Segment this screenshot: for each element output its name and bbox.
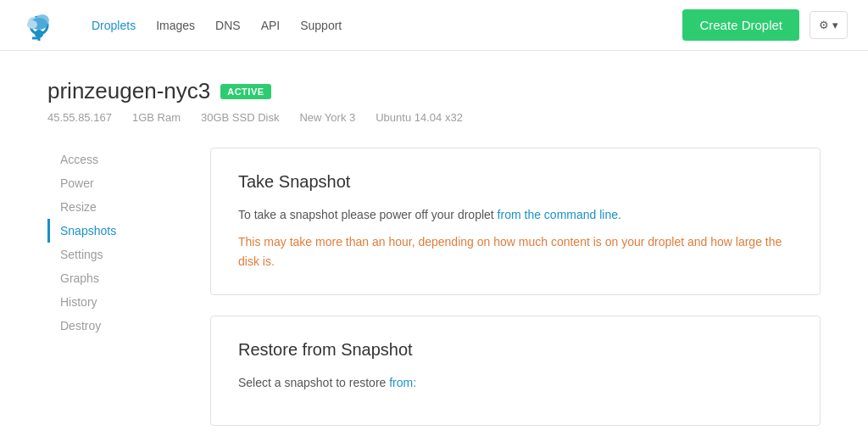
droplet-ram: 1GB Ram: [132, 111, 181, 124]
main-nav: Droplets Images DNS API Support: [92, 19, 682, 32]
sidebar-item-access[interactable]: Access: [47, 148, 183, 171]
restore-snapshot-line1: Select a snapshot to restore from:: [238, 373, 793, 392]
take-snapshot-link[interactable]: from the command line.: [498, 208, 621, 221]
sidebar-item-history[interactable]: History: [47, 290, 183, 314]
restore-snapshot-title: Restore from Snapshot: [238, 340, 793, 360]
sidebar-item-settings[interactable]: Settings: [47, 243, 183, 266]
chevron-down-icon: ▾: [832, 19, 838, 31]
content-layout: Access Power Resize Snapshots Settings G…: [47, 148, 821, 426]
logo-icon: [20, 10, 58, 41]
take-snapshot-warning: This may take more than an hour, dependi…: [238, 232, 793, 271]
take-snapshot-title: Take Snapshot: [238, 172, 793, 192]
droplet-name: prinzeugen-nyc3: [47, 78, 210, 104]
droplet-region: New York 3: [299, 111, 355, 124]
create-droplet-button[interactable]: Create Droplet: [682, 9, 799, 41]
main-content: prinzeugen-nyc3 ACTIVE 45.55.85.167 1GB …: [27, 51, 841, 447]
restore-snapshot-text-prefix: Select a snapshot to restore: [238, 376, 389, 389]
sidebar-item-resize[interactable]: Resize: [47, 195, 183, 219]
sidebar-item-power[interactable]: Power: [47, 171, 183, 195]
take-snapshot-text-prefix: To take a snapshot please power off your…: [238, 208, 498, 221]
sidebar-item-destroy[interactable]: Destroy: [47, 314, 183, 338]
svg-point-7: [27, 20, 37, 29]
status-badge: ACTIVE: [220, 84, 270, 99]
sidebar-item-snapshots[interactable]: Snapshots: [47, 219, 183, 243]
restore-snapshot-link[interactable]: from:: [389, 376, 416, 389]
logo: [20, 10, 64, 41]
settings-button[interactable]: ⚙ ▾: [810, 11, 848, 39]
nav-dns[interactable]: DNS: [215, 19, 241, 32]
nav-support[interactable]: Support: [300, 19, 342, 32]
nav-images[interactable]: Images: [156, 19, 195, 32]
sidebar-item-graphs[interactable]: Graphs: [47, 266, 183, 290]
droplet-meta: 45.55.85.167 1GB Ram 30GB SSD Disk New Y…: [47, 111, 821, 124]
nav-api[interactable]: API: [261, 19, 281, 32]
nav-droplets[interactable]: Droplets: [92, 19, 136, 32]
droplet-ip: 45.55.85.167: [47, 111, 112, 124]
header: Droplets Images DNS API Support Create D…: [0, 0, 868, 51]
take-snapshot-line1: To take a snapshot please power off your…: [238, 205, 793, 224]
restore-snapshot-panel: Restore from Snapshot Select a snapshot …: [210, 316, 821, 425]
droplet-disk: 30GB SSD Disk: [201, 111, 279, 124]
panels: Take Snapshot To take a snapshot please …: [210, 148, 821, 426]
take-snapshot-panel: Take Snapshot To take a snapshot please …: [210, 148, 821, 295]
header-right: Create Droplet ⚙ ▾: [682, 9, 848, 41]
gear-icon: ⚙: [819, 19, 829, 31]
droplet-title-row: prinzeugen-nyc3 ACTIVE: [47, 78, 821, 104]
sidebar: Access Power Resize Snapshots Settings G…: [47, 148, 183, 426]
droplet-os: Ubuntu 14.04 x32: [376, 111, 463, 124]
